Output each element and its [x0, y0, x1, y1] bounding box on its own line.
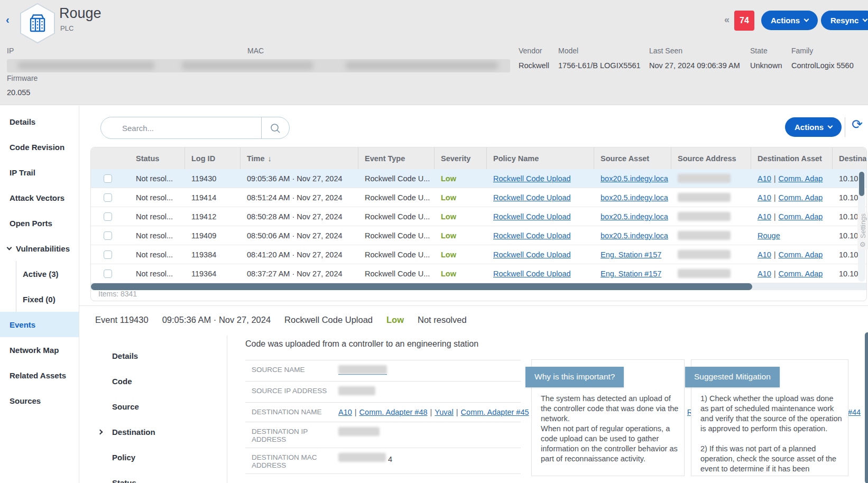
- column-header-policy-name[interactable]: Policy Name: [486, 147, 594, 169]
- table-row[interactable]: Not resol...11941208:50:28 AM · Nov 27, …: [91, 207, 866, 226]
- back-icon[interactable]: ‹: [6, 14, 10, 26]
- sidebar-item-code-revision[interactable]: Code Revision: [0, 134, 79, 160]
- destination-asset-link[interactable]: A10: [758, 212, 771, 221]
- policy-link[interactable]: Rockwell Code Upload: [493, 212, 571, 221]
- status-cell: Not resol...: [130, 169, 184, 188]
- collapse-icon[interactable]: «: [724, 14, 730, 25]
- policy-link[interactable]: Rockwell Code Upload: [493, 270, 571, 278]
- source-asset-link[interactable]: box20.5.indegy.loca: [601, 193, 668, 202]
- source-asset-link[interactable]: Eng. Station #157: [601, 270, 661, 278]
- detail-tab-label: Source: [112, 402, 139, 411]
- row-checkbox[interactable]: [104, 174, 112, 183]
- detail-field-row: DESTINATION NAMEA10|Comm. Adapter #48|Yu…: [245, 403, 521, 422]
- last-seen-label: Last Seen: [649, 47, 682, 55]
- source-asset-link[interactable]: box20.5.indegy.loca: [601, 231, 668, 240]
- detail-scrollbar-thumb[interactable]: [865, 332, 868, 483]
- sidebar-item-related-assets[interactable]: Related Assets: [0, 363, 79, 388]
- policy-link[interactable]: Rockwell Code Upload: [493, 193, 571, 202]
- destination-asset-link[interactable]: Comm. Adap: [779, 270, 823, 278]
- table-row[interactable]: Not resol...11943009:05:36 AM · Nov 27, …: [91, 169, 866, 188]
- table-row[interactable]: Not resol...11936408:37:27 AM · Nov 27, …: [91, 264, 866, 283]
- actions-button[interactable]: Actions: [761, 11, 818, 30]
- column-header-source-address[interactable]: Source Address: [671, 147, 751, 169]
- column-header-status[interactable]: Status: [130, 147, 184, 169]
- table-row[interactable]: Not resol...11938408:41:20 AM · Nov 27, …: [91, 245, 866, 264]
- row-checkbox[interactable]: [104, 270, 112, 278]
- destination-name-link[interactable]: Yuval: [435, 408, 453, 416]
- table-row[interactable]: Not resol...11940908:50:06 AM · Nov 27, …: [91, 226, 866, 245]
- row-checkbox[interactable]: [104, 250, 112, 259]
- sidebar-item-sources[interactable]: Sources: [0, 388, 79, 413]
- destination-asset-link[interactable]: Comm. Adap: [779, 250, 823, 259]
- column-header-destination-asset[interactable]: Destination Asset: [751, 147, 832, 169]
- policy-link[interactable]: Rockwell Code Upload: [493, 250, 571, 259]
- separator: |: [774, 250, 776, 259]
- search-icon[interactable]: [270, 123, 281, 136]
- status-cell: Not resol...: [130, 188, 184, 207]
- time-cell: 08:37:27 AM · Nov 27, 2024: [240, 264, 358, 283]
- sidebar-item-attack-vectors[interactable]: Attack Vectors: [0, 185, 79, 210]
- sidebar-item-ip-trail[interactable]: IP Trail: [0, 160, 79, 185]
- row-checkbox[interactable]: [104, 193, 112, 202]
- vertical-scrollbar-thumb[interactable]: [859, 172, 864, 196]
- redacted-link[interactable]: [338, 365, 387, 375]
- policy-link[interactable]: Rockwell Code Upload: [493, 174, 571, 183]
- table-actions-button[interactable]: Actions: [785, 117, 842, 137]
- destination-asset-link[interactable]: A10: [758, 250, 771, 259]
- column-header-time[interactable]: Time ↓: [240, 147, 358, 169]
- column-header-severity[interactable]: Severity: [434, 147, 486, 169]
- destination-name-link[interactable]: Comm. Adapter #45: [461, 408, 529, 416]
- why-important-card: Why is this important? The system has de…: [531, 359, 685, 476]
- sidebar-item-events[interactable]: Events: [0, 312, 79, 337]
- detail-tab-source[interactable]: Source: [79, 394, 227, 419]
- column-header-checkbox[interactable]: [91, 147, 130, 169]
- sidebar-item-open-ports[interactable]: Open Ports: [0, 210, 79, 236]
- horizontal-scrollbar-thumb[interactable]: [91, 283, 752, 290]
- table-row[interactable]: Not resol...11941408:51:24 AM · Nov 27, …: [91, 188, 866, 207]
- destination-asset-cell: A10|Comm. Adap: [751, 169, 832, 188]
- detail-tab-code[interactable]: Code: [79, 368, 227, 394]
- destination-name-link[interactable]: Comm. Adapter #48: [359, 408, 428, 416]
- sidebar-item-active-3[interactable]: Active (3): [16, 261, 79, 286]
- risk-score-badge[interactable]: 74: [734, 11, 754, 31]
- horizontal-scrollbar[interactable]: [91, 283, 866, 290]
- detail-tab-destination[interactable]: Destination: [79, 419, 227, 444]
- detail-tab-policy[interactable]: Policy: [79, 444, 227, 470]
- search-input[interactable]: [122, 117, 254, 138]
- detail-tab-details[interactable]: Details: [79, 343, 227, 368]
- status-cell: Not resol...: [130, 264, 184, 283]
- destination-name-link[interactable]: A10: [338, 408, 352, 416]
- sidebar-item-network-map[interactable]: Network Map: [0, 337, 79, 363]
- source-asset-link[interactable]: box20.5.indegy.loca: [601, 212, 668, 221]
- row-checkbox[interactable]: [104, 212, 112, 221]
- checkbox-cell: [91, 207, 130, 226]
- sidebar-item-details[interactable]: Details: [0, 109, 79, 134]
- detail-tab-status[interactable]: Status: [79, 470, 227, 483]
- destination-asset-link[interactable]: A10: [758, 174, 771, 183]
- resync-button[interactable]: Resync: [821, 11, 868, 30]
- event-detail-fields: SOURCE NAMESOURCE IP ADDRESSDESTINATION …: [245, 360, 521, 474]
- row-checkbox[interactable]: [104, 231, 112, 240]
- destination-asset-link[interactable]: Rouge: [758, 231, 780, 240]
- destination-asset-link[interactable]: Comm. Adap: [779, 193, 823, 202]
- destination-asset-link[interactable]: Comm. Adap: [779, 174, 823, 183]
- destination-asset-link[interactable]: A10: [758, 193, 771, 202]
- sidebar-item-fixed-0[interactable]: Fixed (0): [16, 286, 79, 312]
- detail-field-row: DESTINATION IP ADDRESS: [245, 422, 521, 448]
- settings-flyout-tab[interactable]: ⚙ Settings: [857, 212, 868, 249]
- log-id-cell: 119430: [184, 169, 240, 188]
- column-header-source-asset[interactable]: Source Asset: [594, 147, 671, 169]
- column-header-event-type[interactable]: Event Type: [358, 147, 434, 169]
- policy-link[interactable]: Rockwell Code Upload: [493, 231, 571, 240]
- event-type-cell: Rockwell Code U...: [358, 188, 434, 207]
- detail-tab-label: Status: [112, 478, 136, 483]
- source-asset-link[interactable]: Eng. Station #157: [601, 250, 661, 259]
- destination-asset-link[interactable]: Comm. Adap: [779, 212, 823, 221]
- actions-button-label: Actions: [771, 16, 800, 25]
- source-asset-link[interactable]: box20.5.indegy.loca: [601, 174, 668, 183]
- column-header-destination-address[interactable]: Destination Address: [832, 147, 866, 169]
- column-header-log-id[interactable]: Log ID: [184, 147, 240, 169]
- destination-asset-link[interactable]: A10: [758, 270, 771, 278]
- refresh-icon[interactable]: ⟳: [852, 117, 863, 132]
- sidebar-item-vulnerabilities[interactable]: Vulnerabilities: [0, 236, 79, 261]
